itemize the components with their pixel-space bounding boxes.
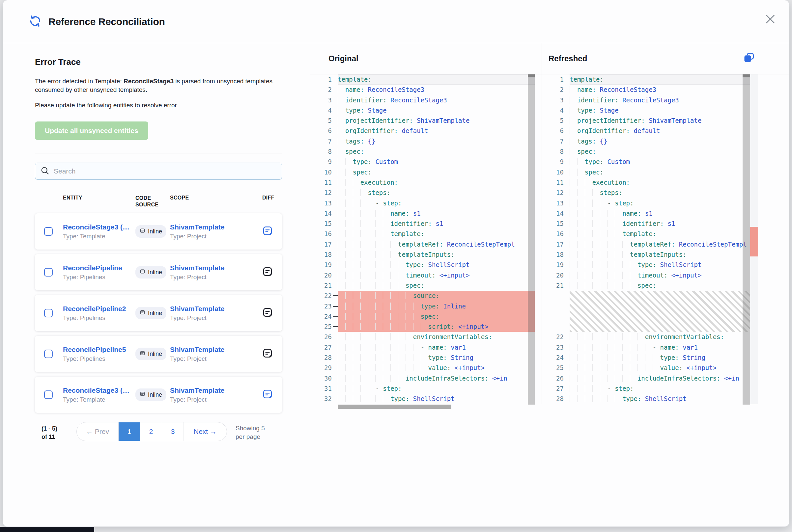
refreshed-vertical-scrollbar[interactable]	[742, 74, 750, 404]
view-diff-icon[interactable]	[262, 389, 273, 399]
code-line: 18 templateInputs:	[310, 249, 535, 260]
line-content: execution:	[570, 177, 758, 188]
line-number: 22	[310, 291, 338, 301]
entity-link[interactable]: ReconcilePipeline	[63, 264, 135, 272]
view-diff-icon[interactable]	[262, 226, 273, 236]
line-number: 13	[310, 198, 338, 208]
row-checkbox[interactable]	[44, 227, 53, 236]
scope-type-label: Type: Project	[170, 396, 262, 403]
line-number: 4	[542, 105, 570, 116]
line-number: 5	[310, 116, 338, 126]
diff-overview-ruler	[750, 74, 758, 404]
line-content: value: <+input>	[570, 363, 758, 373]
line-number: 2	[310, 84, 338, 95]
line-number: 19	[310, 260, 338, 270]
line-content: name: ReconcileStage3	[338, 84, 535, 95]
line-number: 5	[542, 116, 570, 126]
entity-link[interactable]: ReconcilePipeline2	[63, 305, 135, 313]
prev-page-button[interactable]: ← Prev	[77, 422, 118, 441]
copy-icon[interactable]	[743, 52, 755, 63]
page-button-3[interactable]: 3	[162, 422, 184, 441]
line-content: template:	[570, 74, 758, 84]
entity-type-label: Type: Pipelines	[63, 315, 135, 322]
line-number: 26	[542, 373, 570, 383]
scope-type-label: Type: Project	[170, 315, 262, 322]
line-content: templateInputs:	[570, 249, 758, 260]
entity-link[interactable]: ReconcileStage3 (…	[63, 223, 135, 231]
entity-cell: ReconcilePipelineType: Pipelines	[63, 264, 135, 281]
line-number: 15	[542, 218, 570, 229]
scope-link[interactable]: ShivamTemplate	[170, 305, 262, 313]
code-line: 27 - name: var1	[310, 342, 535, 353]
line-content: spec:	[338, 147, 535, 157]
diff-view: Original 1template:2 name: ReconcileStag…	[310, 43, 789, 527]
line-content: environmentVariables:	[338, 332, 535, 342]
search-box[interactable]	[35, 163, 282, 180]
line-number: 3	[542, 95, 570, 105]
line-number: 23	[310, 301, 338, 311]
code-line: 24 spec:	[310, 311, 535, 322]
line-content: tags: {}	[338, 136, 535, 147]
inline-store-icon	[140, 391, 145, 398]
line-number: 22	[542, 332, 570, 342]
original-title: Original	[329, 54, 358, 63]
table-row: ReconcilePipelineType: PipelinesInlineSh…	[35, 254, 282, 290]
original-code-editor[interactable]: 1template:2 name: ReconcileStage33 ident…	[310, 74, 541, 410]
code-source-cell: Inline	[135, 348, 170, 360]
row-checkbox[interactable]	[44, 268, 53, 277]
line-content: tags: {}	[570, 136, 758, 147]
entity-link[interactable]: ReconcilePipeline5	[63, 346, 135, 354]
original-horizontal-scrollbar[interactable]	[338, 404, 452, 409]
entity-link[interactable]: ReconcileStage3 (…	[63, 386, 135, 394]
code-line: 9 type: Custom	[542, 157, 758, 167]
scope-link[interactable]: ShivamTemplate	[170, 264, 262, 272]
search-input[interactable]	[53, 167, 276, 175]
view-diff-icon[interactable]	[262, 348, 273, 359]
close-icon[interactable]	[765, 14, 776, 25]
code-line: 25 script: <+input>	[310, 322, 535, 332]
scope-link[interactable]: ShivamTemplate	[170, 223, 262, 231]
line-number: 29	[310, 363, 338, 373]
dialog-title: Reference Reconciliation	[49, 16, 165, 27]
line-content: name: ReconcileStage3	[570, 84, 758, 95]
line-number: 17	[542, 239, 570, 249]
page: { "window": { "title": "Reference Reconc…	[0, 0, 792, 532]
badge-label: Inline	[148, 392, 162, 398]
scope-type-label: Type: Project	[170, 355, 262, 362]
line-number: 24	[542, 353, 570, 363]
scope-type-label: Type: Project	[170, 273, 262, 281]
entity-cell: ReconcilePipeline2Type: Pipelines	[63, 305, 135, 322]
line-content: type: Custom	[338, 157, 535, 167]
line-number: 6	[542, 126, 570, 136]
original-vertical-scrollbar[interactable]	[528, 74, 535, 404]
dialog-header: Reference Reconciliation	[3, 0, 789, 43]
line-number: 8	[542, 147, 570, 157]
scope-link[interactable]: ShivamTemplate	[170, 346, 262, 354]
line-content: includeInfraSelectors: <+in	[338, 373, 535, 383]
update-all-button[interactable]: Update all unsynced entities	[35, 121, 148, 140]
view-diff-icon[interactable]	[262, 307, 273, 318]
line-content: - name: var1	[338, 342, 535, 353]
line-number: 14	[310, 208, 338, 218]
line-number: 28	[542, 394, 570, 404]
code-line: 27 - step:	[542, 383, 758, 394]
code-line: 9 type: Custom	[310, 157, 535, 167]
code-line: 23 type: Inline	[310, 301, 535, 311]
next-page-button[interactable]: Next →	[184, 422, 227, 441]
column-entity: ENTITY	[63, 195, 135, 201]
page-button-1[interactable]: 1	[118, 422, 140, 441]
refreshed-pane-header: Refreshed	[542, 43, 789, 74]
row-checkbox[interactable]	[44, 309, 53, 317]
view-diff-icon[interactable]	[262, 266, 273, 277]
scope-link[interactable]: ShivamTemplate	[170, 386, 262, 394]
row-checkbox[interactable]	[44, 349, 53, 358]
line-content: - step:	[338, 383, 535, 394]
page-button-2[interactable]: 2	[140, 422, 162, 441]
row-checkbox[interactable]	[44, 391, 53, 399]
refreshed-code-editor[interactable]: 1template:2 name: ReconcileStage33 ident…	[542, 74, 789, 404]
scope-cell: ShivamTemplateType: Project	[170, 305, 262, 322]
line-content: timeout: <+input>	[338, 270, 535, 281]
line-content: steps:	[338, 188, 535, 198]
code-line: 4 type: Stage	[310, 105, 535, 116]
line-number: 17	[310, 239, 338, 249]
